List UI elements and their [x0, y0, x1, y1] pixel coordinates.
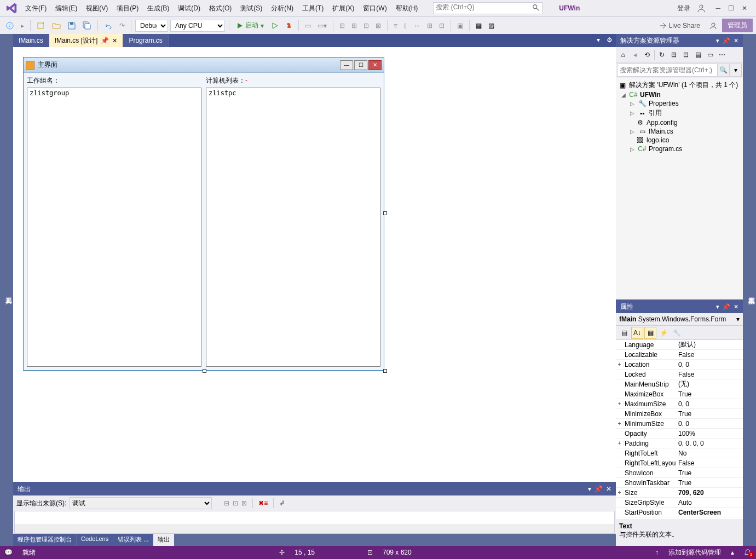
output-scrollbar[interactable]	[15, 525, 614, 533]
categorized-button[interactable]: ▤	[618, 327, 630, 339]
property-value[interactable]: 100%	[676, 430, 743, 437]
menu-build[interactable]: 生成(B)	[143, 2, 174, 15]
align-btn-3[interactable]: ⊡	[361, 21, 371, 31]
expand-icon[interactable]: ▷	[629, 101, 636, 107]
panel-close-icon[interactable]: ✕	[606, 485, 611, 493]
tree-program-node[interactable]: ▷C#Program.cs	[616, 145, 743, 153]
sol-properties-icon[interactable]: ▤	[693, 50, 703, 60]
notifications-button[interactable]: 1	[744, 549, 752, 556]
form-designer-surface[interactable]: 主界面 — ☐ ✕ 工作组名： zlistgroup 计算机列表：- zlist…	[13, 47, 616, 482]
output-wrap-button[interactable]: ↲	[279, 499, 285, 507]
property-row[interactable]: +MaximumSize0, 0	[616, 399, 743, 409]
events-button[interactable]: ⚡	[657, 327, 670, 339]
layout-btn-1[interactable]: ▦	[474, 21, 484, 31]
output-btn-2[interactable]: ⊡	[233, 499, 238, 507]
property-row[interactable]: MaximizeBoxTrue	[616, 389, 743, 399]
solution-search-input[interactable]	[618, 64, 717, 76]
property-row[interactable]: LockedFalse	[616, 370, 743, 379]
menu-window[interactable]: 窗口(W)	[359, 2, 391, 15]
search-icon[interactable]: 🔍	[717, 64, 729, 76]
menu-help[interactable]: 帮助(H)	[391, 2, 423, 15]
label-workgroup[interactable]: 工作组名：	[27, 76, 201, 85]
property-row[interactable]: ShowIconTrue	[616, 468, 743, 478]
panel-dropdown-icon[interactable]: ▾	[716, 303, 719, 310]
solution-search[interactable]: 🔍 ▾	[617, 64, 742, 77]
property-value[interactable]: 0, 0, 0, 0	[676, 440, 743, 447]
properties-button[interactable]: ▦	[644, 327, 656, 339]
property-value[interactable]: False	[676, 351, 743, 359]
hot-reload-button[interactable]	[282, 21, 295, 31]
property-row[interactable]: +Size709, 620	[616, 488, 743, 498]
output-btn-1[interactable]: ⊟	[224, 499, 229, 507]
panel-close-icon[interactable]: ✕	[734, 303, 738, 310]
toolbar-btn-2[interactable]: ▭▾	[315, 21, 329, 31]
solution-tree[interactable]: ▣解决方案 'UFWin' (1 个项目，共 1 个) ◢C#UFWin ▷🔧P…	[616, 78, 743, 299]
start-no-debug-button[interactable]	[269, 21, 280, 30]
output-btn-3[interactable]: ⊠	[241, 499, 247, 507]
panel-dropdown-icon[interactable]: ▾	[588, 485, 591, 493]
feedback-button[interactable]	[707, 20, 720, 31]
menu-test[interactable]: 测试(S)	[236, 2, 267, 15]
property-row[interactable]: MainMenuStrip(无)	[616, 379, 743, 389]
property-value[interactable]: 0, 0	[676, 361, 743, 368]
property-value[interactable]: 0, 0	[676, 400, 743, 408]
tree-fmain-node[interactable]: ▷▭fMain.cs	[616, 127, 743, 136]
alphabetical-button[interactable]: A↓	[631, 327, 643, 339]
property-value[interactable]: (无)	[676, 379, 743, 389]
sol-home-icon[interactable]: ⌂	[618, 50, 628, 60]
close-button[interactable]: ✕	[742, 4, 747, 12]
status-chat-icon[interactable]: 💬	[4, 549, 13, 556]
toolbar-btn-1[interactable]: ▭	[303, 21, 313, 31]
start-button[interactable]: 启动 ▾	[233, 20, 267, 31]
undo-button[interactable]	[102, 20, 115, 31]
pin-icon[interactable]: 📌	[101, 37, 109, 44]
sol-showall-icon[interactable]: ⊡	[681, 50, 691, 60]
menu-file[interactable]: 文件(F)	[21, 2, 51, 15]
property-row[interactable]: +Padding0, 0, 0, 0	[616, 439, 743, 448]
menu-extensions[interactable]: 扩展(X)	[328, 2, 359, 15]
property-value[interactable]: 0, 0	[676, 420, 743, 428]
property-value[interactable]: (默认)	[676, 340, 743, 349]
tab-program-cs[interactable]: Program.cs	[123, 34, 168, 47]
property-row[interactable]: RightToLeftNo	[616, 448, 743, 458]
tree-references-node[interactable]: ▷▪▪引用	[616, 108, 743, 118]
listbox-groups[interactable]: zlistgroup	[27, 88, 201, 367]
sol-collapse-icon[interactable]: ⊟	[669, 50, 679, 60]
spacing-btn-4[interactable]: ⊞	[425, 21, 435, 31]
panel-close-icon[interactable]: ✕	[734, 37, 738, 44]
property-row[interactable]: Language(默认)	[616, 340, 743, 350]
property-pages-button[interactable]: 🔧	[671, 327, 683, 339]
expand-icon[interactable]: +	[616, 440, 624, 446]
resize-handle-s[interactable]	[203, 369, 206, 373]
config-select[interactable]: Debug	[135, 20, 168, 32]
sol-sync-icon[interactable]: ⟲	[642, 50, 652, 60]
tree-logo-node[interactable]: 🖼logo.ico	[616, 136, 743, 145]
expand-icon[interactable]: ▷	[629, 110, 636, 116]
expand-icon[interactable]: +	[616, 401, 624, 407]
panel-pin-icon[interactable]: 📌	[723, 37, 730, 44]
nav-forward-button[interactable]: ▸	[19, 21, 26, 31]
sol-back-icon[interactable]: ◂	[630, 50, 640, 60]
sol-refresh-icon[interactable]: ↻	[657, 50, 667, 60]
open-button[interactable]	[50, 20, 63, 31]
property-row[interactable]: LocalizableFalse	[616, 350, 743, 360]
tree-appconfig-node[interactable]: ⚙App.config	[616, 118, 743, 127]
login-link[interactable]: 登录	[677, 4, 690, 13]
property-value[interactable]: 709, 620	[676, 489, 743, 497]
expand-icon[interactable]: ▷	[629, 129, 636, 135]
align-btn[interactable]: ⊟	[337, 21, 347, 31]
property-row[interactable]: SizeGripStyleAuto	[616, 498, 743, 508]
listbox-computers[interactable]: zlistpc	[206, 88, 380, 367]
sol-preview-icon[interactable]: ▭	[705, 50, 715, 60]
tree-properties-node[interactable]: ▷🔧Properties	[616, 99, 743, 108]
designed-form[interactable]: 主界面 — ☐ ✕ 工作组名： zlistgroup 计算机列表：- zlist…	[23, 57, 384, 371]
menu-edit[interactable]: 编辑(E)	[51, 2, 82, 15]
align-btn-4[interactable]: ⊠	[373, 21, 383, 31]
property-value[interactable]: False	[676, 371, 743, 378]
property-value[interactable]: True	[676, 410, 743, 418]
property-row[interactable]: MinimizeBoxTrue	[616, 409, 743, 419]
layout-btn-2[interactable]: ▨	[486, 21, 497, 31]
expand-icon[interactable]: +	[616, 361, 624, 367]
resize-handle-se[interactable]	[383, 369, 387, 373]
property-value[interactable]: True	[676, 390, 743, 398]
